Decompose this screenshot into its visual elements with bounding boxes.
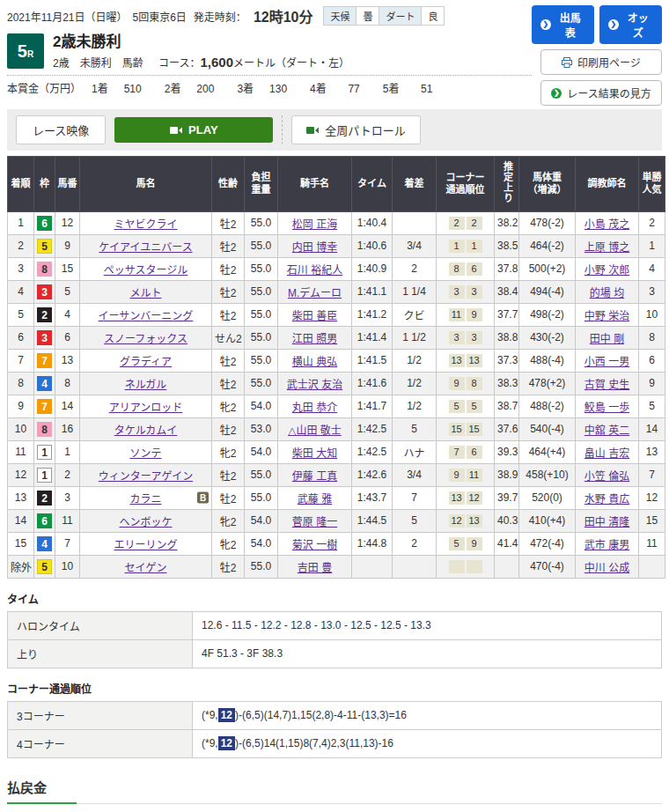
margin: 1/2: [393, 372, 437, 395]
prize-place: 3着: [237, 83, 254, 95]
jockey-link[interactable]: 江田 照男: [292, 333, 337, 345]
trainer-link[interactable]: 小野 次郎: [584, 264, 629, 277]
last-3f: 37.3: [495, 349, 519, 372]
jockey-link[interactable]: 松岡 正海: [292, 218, 337, 231]
jockey-link[interactable]: 柴田 善臣: [292, 310, 337, 322]
patrol-video-button[interactable]: 全周パトロール: [291, 115, 420, 144]
horse-link[interactable]: カラニ: [129, 493, 161, 506]
racecard-button[interactable]: ❯ 出馬表: [532, 5, 594, 44]
jockey-link[interactable]: 菅原 隆一: [292, 516, 337, 528]
trainer-link[interactable]: 古賀 史生: [584, 379, 629, 391]
horse-link[interactable]: ヘンボッケ: [119, 516, 172, 528]
horse-name-cell: ヘンボッケ: [80, 509, 212, 532]
trainer-link[interactable]: 小島 茂之: [584, 218, 629, 231]
trainer-cell: 武市 康男: [576, 532, 639, 555]
horse-link[interactable]: ウィンターアゲイン: [99, 470, 193, 483]
jockey-link[interactable]: 丸田 恭介: [292, 402, 337, 414]
corner-box: 8: [467, 377, 482, 390]
results-guide-button[interactable]: ❯ レース結果の見方: [540, 80, 662, 106]
frame-number-badge: 3: [37, 330, 52, 345]
trainer-link[interactable]: 小西 一男: [584, 356, 629, 368]
jockey-link[interactable]: △山田 敬士: [288, 424, 342, 437]
corner-order-cell: 22: [437, 211, 495, 234]
jockey-link[interactable]: 武藤 雅: [298, 493, 332, 506]
trainer-link[interactable]: 田中 清隆: [584, 516, 629, 528]
jockey-link[interactable]: 菊沢 一樹: [292, 539, 337, 551]
jockey-link[interactable]: 内田 博幸: [292, 241, 337, 254]
horse-link[interactable]: セイゲン: [124, 562, 166, 574]
horse-link[interactable]: アリアンロッド: [109, 402, 183, 414]
results-column-header: 推定上り: [495, 157, 519, 212]
horse-name-cell: イーサンバーニング: [80, 303, 212, 326]
play-button[interactable]: PLAY: [114, 117, 273, 143]
jockey-link[interactable]: 伊藤 工真: [292, 470, 337, 483]
trainer-link[interactable]: 鮫島 一歩: [584, 402, 629, 414]
trainer-link[interactable]: 武市 康男: [584, 539, 629, 551]
corner-box: 9: [449, 377, 465, 390]
finish-position: 除外: [8, 555, 34, 578]
horse-weight: 478(+2): [519, 372, 576, 395]
trainer-link[interactable]: 中川 公成: [584, 562, 629, 574]
horse-link[interactable]: ケイアイユニバース: [99, 241, 192, 254]
horse-number: 15: [55, 257, 80, 280]
carried-weight: 55.0: [245, 555, 278, 578]
horse-name-cell: エリーリング: [80, 532, 212, 555]
trainer-cell: 上原 博之: [576, 234, 639, 257]
trainer-link[interactable]: 田中 剛: [590, 333, 624, 345]
results-header-row: 着順枠馬番馬名性齢負担 重量騎手名タイム着差コーナー 通過順位推定上り馬体重 （…: [8, 157, 665, 212]
horse-number: 3: [55, 486, 80, 509]
win-favorite-rank: 13: [639, 440, 665, 463]
horse-number: 11: [55, 509, 80, 532]
horse-number: 16: [55, 417, 80, 440]
trainer-link[interactable]: 的場 均: [590, 287, 624, 299]
trainer-link[interactable]: 畠山 吉宏: [584, 447, 629, 460]
horse-link[interactable]: ソンテ: [129, 447, 161, 460]
last-3f: [495, 555, 519, 578]
horse-link[interactable]: エリーリング: [114, 539, 177, 551]
trainer-link[interactable]: 上原 博之: [584, 241, 629, 254]
horse-link[interactable]: ミヤビクライ: [114, 218, 177, 231]
odds-button[interactable]: ❯ オッズ: [599, 5, 662, 44]
start-time-label: 発走時刻：: [194, 9, 246, 24]
trainer-link[interactable]: 小笠 倫弘: [584, 470, 629, 483]
jockey-link[interactable]: 柴田 大知: [292, 447, 337, 460]
last-3f: 38.5: [495, 234, 519, 257]
frame-number-badge: 6: [37, 216, 52, 231]
horse-link[interactable]: スノーフォックス: [104, 333, 187, 345]
trainer-link[interactable]: 水野 貴広: [584, 493, 629, 506]
win-favorite-rank: 1: [639, 234, 665, 257]
trainer-cell: 畠山 吉宏: [576, 440, 639, 463]
horse-weight: 464(-2): [519, 234, 576, 257]
horse-weight: 540(-4): [519, 417, 576, 440]
horse-link[interactable]: メルト: [129, 287, 161, 299]
jockey-link[interactable]: 吉田 豊: [298, 562, 332, 574]
jockey-link[interactable]: M.デムーロ: [288, 287, 342, 299]
prize-label: 本賞金（万円）: [7, 80, 81, 95]
horse-name-cell: ケイアイユニバース: [80, 234, 212, 257]
print-page-button[interactable]: 印刷用ページ: [540, 49, 662, 75]
corner-order-cell: 86: [437, 257, 495, 280]
trainer-cell: 中野 栄治: [576, 303, 639, 326]
finish-position: 4: [8, 280, 34, 303]
horse-link[interactable]: イーサンバーニング: [99, 310, 194, 322]
jockey-link[interactable]: 石川 裕紀人: [287, 264, 342, 277]
horse-link[interactable]: タケルカムイ: [114, 424, 178, 437]
jockey-link[interactable]: 武士沢 友治: [287, 379, 342, 391]
horse-link[interactable]: ペッサスタージル: [104, 264, 188, 277]
prize-place: 5着: [383, 83, 400, 95]
corner-order-suffix: )-(6,5)14(1,15)8(7,4)2,3(11,13)-16: [235, 737, 393, 749]
trainer-link[interactable]: 中野 栄治: [584, 310, 629, 322]
horse-weight: 520(0): [519, 486, 576, 509]
horse-link[interactable]: グラディア: [120, 356, 172, 368]
table-row: 9714アリアンロッド牝254.0丸田 恭介1:41.71/25538.7488…: [8, 395, 665, 417]
horse-weight: 470(-4): [519, 555, 576, 578]
finish-position: 11: [8, 440, 34, 463]
prize-amount: 200: [189, 83, 214, 95]
race-number-suffix: R: [27, 49, 33, 59]
jockey-link[interactable]: 横山 典弘: [292, 356, 337, 368]
track-condition-value: 良: [422, 7, 444, 25]
table-row: 14611ヘンボッケ牝254.0菅原 隆一1:44.55121340.3410(…: [8, 509, 665, 532]
results-column-header: 馬体重 （増減）: [519, 157, 576, 212]
horse-link[interactable]: ネルガル: [125, 379, 167, 391]
trainer-link[interactable]: 中舘 英二: [584, 424, 629, 437]
